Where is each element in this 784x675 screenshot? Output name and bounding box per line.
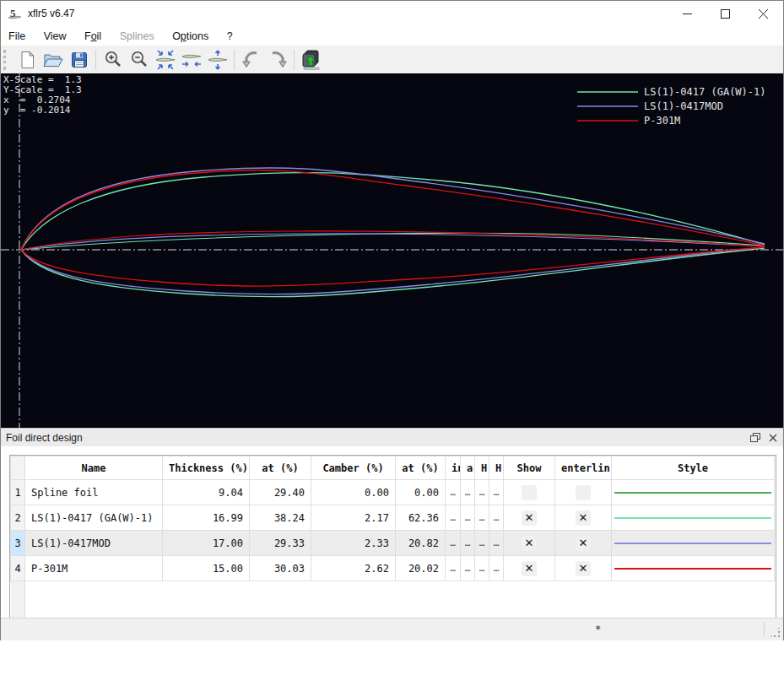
show-checkbox[interactable]: ✕ xyxy=(522,510,537,526)
svg-text:5: 5 xyxy=(10,7,16,19)
foil-lower-ls10417 xyxy=(21,248,765,297)
col-header-thickness[interactable]: Thickness (%) xyxy=(163,456,250,480)
open-file-button[interactable] xyxy=(40,47,66,72)
status-separator xyxy=(764,622,765,637)
float-icon xyxy=(750,433,760,443)
airfoil-plot xyxy=(1,73,783,428)
status-marker: * xyxy=(595,624,601,635)
xflr5-window: 5 xflr5 v6.47 File View Foil Splines Opt… xyxy=(0,0,784,640)
centerline-checkbox[interactable]: ✕ xyxy=(576,510,591,526)
zoom-out-icon xyxy=(129,50,149,70)
col-header-camber[interactable]: Camber (%) xyxy=(311,456,396,480)
row-header[interactable]: 4 xyxy=(11,556,25,581)
show-checkbox[interactable] xyxy=(522,485,537,500)
maximize-button[interactable] xyxy=(706,1,744,27)
resize-grip[interactable] xyxy=(770,628,781,639)
col-header-at-thickness[interactable]: at (%) xyxy=(250,456,311,480)
foil-upper-p301m xyxy=(21,170,765,250)
menu-view[interactable]: View xyxy=(36,28,74,42)
close-panel-button[interactable] xyxy=(765,431,781,445)
col-header-show[interactable]: Show xyxy=(504,456,555,480)
reset-y-scale-button[interactable] xyxy=(204,47,230,72)
toolbar-separator xyxy=(234,50,235,70)
table-row[interactable]: 4 P-301M 15.00 30.03 2.62 20.02 … … … … … xyxy=(11,556,775,581)
legend-label-p301m: P-301M xyxy=(644,115,680,127)
float-panel-button[interactable] xyxy=(748,431,763,445)
row-header[interactable]: 3 xyxy=(11,531,25,556)
style-cell[interactable] xyxy=(612,505,775,531)
zoom-in-icon xyxy=(103,50,123,70)
table-row[interactable]: 2 LS(1)-0417 (GA(W)-1) 16.99 38.24 2.17 … xyxy=(11,505,775,531)
reset-y-scale-icon xyxy=(207,49,229,71)
show-checkbox[interactable]: ✕ xyxy=(522,561,537,576)
menu-bar: File View Foil Splines Options ? xyxy=(1,28,783,46)
menu-help[interactable]: ? xyxy=(219,28,241,42)
centerline-checkbox[interactable] xyxy=(576,485,591,500)
undo-button[interactable] xyxy=(238,47,264,72)
row-header[interactable]: 2 xyxy=(11,505,25,531)
new-file-icon xyxy=(17,50,37,70)
foil-table: Name Thickness (%) at (%) Camber (%) at … xyxy=(9,455,776,618)
foil-upper-ls10417mod xyxy=(21,168,765,250)
close-button[interactable] xyxy=(744,1,782,27)
show-checkbox[interactable]: ✕ xyxy=(522,536,537,551)
col-header-points[interactable]: in xyxy=(446,456,461,480)
store-splines-as-foil-button[interactable] xyxy=(298,47,324,72)
redo-button[interactable] xyxy=(264,47,290,72)
save-button[interactable] xyxy=(66,47,92,72)
col-header-centerline[interactable]: enterlin xyxy=(555,456,612,480)
legend-label-ls10417: LS(1)-0417 (GA(W)-1) xyxy=(644,86,766,98)
save-icon xyxy=(69,50,89,70)
menu-foil[interactable]: Foil xyxy=(77,28,109,42)
col-header-yhinge[interactable]: H xyxy=(489,456,504,480)
style-cell[interactable] xyxy=(612,531,775,556)
reset-scales-button[interactable] xyxy=(152,47,178,72)
style-line xyxy=(614,517,771,519)
style-cell[interactable] xyxy=(612,556,775,581)
centerline-checkbox[interactable]: ✕ xyxy=(576,536,591,551)
col-header-at-camber[interactable]: at (%) xyxy=(396,456,446,480)
toolbar-separator xyxy=(294,50,295,70)
foil-lower-p301m xyxy=(21,247,765,286)
row-header[interactable]: 1 xyxy=(11,480,25,505)
redo-icon xyxy=(267,49,289,71)
window-title: xflr5 v6.47 xyxy=(28,8,74,19)
toolbar-grip[interactable] xyxy=(3,50,8,70)
col-header-xhinge[interactable]: H xyxy=(475,456,489,480)
col-header-style[interactable]: Style xyxy=(612,456,775,480)
screen: 5 xflr5 v6.47 File View Foil Splines Opt… xyxy=(0,0,784,675)
zoom-out-button[interactable] xyxy=(126,47,152,72)
scale-readout: X-Scale = 1.3Y-Scale = 1.3x = 0.2704y = … xyxy=(3,75,82,116)
menu-options[interactable]: Options xyxy=(165,28,216,42)
col-header-name[interactable]: Name xyxy=(25,456,163,480)
new-file-button[interactable] xyxy=(14,47,40,72)
open-folder-icon xyxy=(42,50,64,70)
style-line xyxy=(614,543,771,544)
style-line xyxy=(614,568,771,570)
panel-title: Foil direct design xyxy=(6,432,83,444)
table-row[interactable]: 1 Spline foil 9.04 29.40 0.00 0.00 … … …… xyxy=(11,480,775,505)
toolbar-separator xyxy=(95,50,96,70)
store-foil-icon xyxy=(300,49,322,71)
table-header-row: Name Thickness (%) at (%) Camber (%) at … xyxy=(11,456,775,480)
centerline-checkbox[interactable]: ✕ xyxy=(576,561,591,576)
reset-x-scale-button[interactable] xyxy=(178,47,204,72)
reset-scales-icon xyxy=(154,49,176,71)
legend-label-ls10417mod: LS(1)-0417MOD xyxy=(644,100,723,112)
foil-lower-ls10417mod xyxy=(21,247,765,294)
foil-design-canvas[interactable]: X-Scale = 1.3Y-Scale = 1.3x = 0.2704y = … xyxy=(1,73,783,428)
undo-icon xyxy=(241,49,262,71)
zoom-in-button[interactable] xyxy=(100,47,126,72)
menu-splines: Splines xyxy=(112,28,162,42)
toolbar xyxy=(1,46,783,74)
table-empty-area xyxy=(11,581,775,619)
minimize-button[interactable] xyxy=(668,1,706,27)
foil-direct-design-panel-bar[interactable]: Foil direct design xyxy=(1,428,783,448)
menu-file[interactable]: File xyxy=(1,28,33,42)
title-bar[interactable]: 5 xflr5 v6.47 xyxy=(1,1,783,28)
table-row-selected[interactable]: 3 LS(1)-0417MOD 17.00 29.33 2.33 20.82 …… xyxy=(11,531,775,556)
col-header-flap[interactable]: a xyxy=(461,456,475,480)
app-icon: 5 xyxy=(8,7,23,22)
style-cell[interactable] xyxy=(612,480,775,505)
foil-table-area: Name Thickness (%) at (%) Camber (%) at … xyxy=(1,446,783,618)
